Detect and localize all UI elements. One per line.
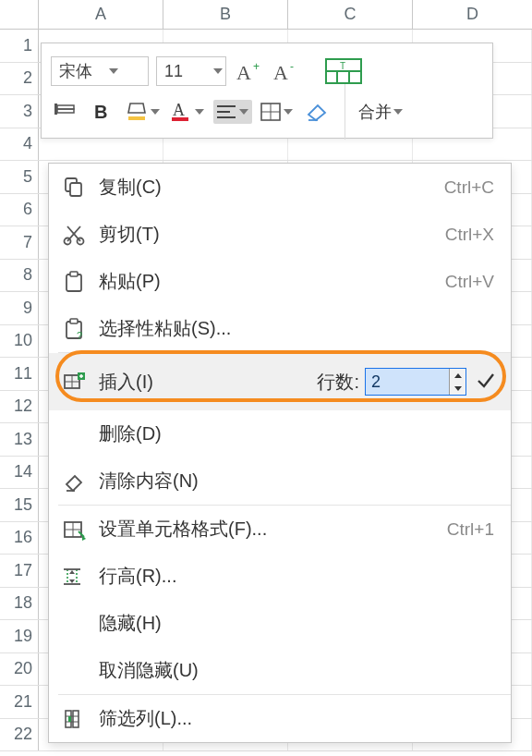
spin-down-icon[interactable] [450,382,466,395]
menu-item-shortcut: Ctrl+C [444,177,511,198]
mini-toolbar: 宋体 11 A+ A- T [41,43,493,139]
row-header[interactable]: 16 [0,522,39,555]
menu-item-insert[interactable]: 插入(I)行数:2 [49,353,511,410]
svg-rect-64 [68,716,71,722]
insert-icon [49,370,99,394]
svg-marker-29 [393,109,403,115]
col-header-b[interactable]: B [163,0,288,29]
chevron-down-icon [392,109,405,115]
increase-font-icon[interactable]: A+ [234,56,263,86]
menu-item-format[interactable]: 设置单元格格式(F)...Ctrl+1 [49,506,511,553]
svg-marker-1 [213,68,223,74]
bold-icon[interactable]: B [88,97,117,127]
menu-item-label: 取消隐藏(U) [99,658,494,683]
menu-item-row-height[interactable]: 行高(R)... [49,553,511,600]
svg-marker-47 [454,373,462,378]
eraser-icon [49,469,99,494]
row-header[interactable]: 13 [0,423,39,456]
align-button[interactable] [213,100,252,124]
menu-item-label: 清除内容(N) [99,469,494,494]
toolbar-separator [345,84,345,140]
fill-color-button[interactable] [125,100,162,124]
menu-item-hide[interactable]: 隐藏(H) [49,600,511,647]
row-header[interactable]: 6 [0,194,39,226]
decrease-font-icon[interactable]: A- [271,56,300,86]
menu-item-copy[interactable]: 复制(C)Ctrl+C [49,164,511,211]
grid-corner[interactable] [0,0,39,29]
menu-item-label: 设置单元格格式(F)... [99,517,447,542]
row-header[interactable]: 12 [0,391,39,423]
col-header-c[interactable]: C [288,0,413,29]
merge-split-icon[interactable]: T [322,56,365,86]
svg-text:+: + [253,60,260,73]
row-header[interactable]: 18 [0,588,39,620]
cut-icon [49,223,99,247]
copy-icon [49,176,99,200]
row-header[interactable]: 15 [0,489,39,521]
chevron-down-icon [211,68,225,74]
row-header[interactable]: 3 [0,95,39,128]
confirm-check-icon[interactable] [476,370,496,395]
svg-rect-31 [70,183,81,196]
row-header[interactable]: 21 [0,686,39,718]
menu-item-cut[interactable]: 剪切(T)Ctrl+X [49,211,511,258]
merge-label: 合并 [358,101,392,123]
font-color-button[interactable]: A [169,100,206,124]
chevron-down-icon [149,109,162,115]
row-header[interactable]: 9 [0,292,39,324]
row-header[interactable]: 4 [0,128,39,161]
row-header[interactable]: 19 [0,620,39,652]
font-size-combo[interactable]: 11 [156,56,226,86]
svg-marker-48 [454,386,462,391]
col-header-d[interactable]: D [413,0,532,29]
context-menu: 复制(C)Ctrl+C剪切(T)Ctrl+X粘贴(P)Ctrl+V?选择性粘贴(… [48,163,512,743]
menu-item-label: 选择性粘贴(S)... [99,316,494,341]
merge-cells-button[interactable]: 合并 [358,101,405,123]
row-header[interactable]: 7 [0,226,39,259]
svg-marker-27 [284,109,293,115]
menu-item-delete[interactable]: 删除(D) [49,410,511,457]
paste-icon [49,270,99,294]
row-header[interactable]: 2 [0,63,39,95]
row-header[interactable]: 11 [0,358,39,390]
row-header[interactable]: 1 [0,30,39,62]
menu-item-paste-spec[interactable]: ?选择性粘贴(S)... [49,305,511,352]
insert-rows-spinbox[interactable]: 2 [365,368,466,396]
row-header[interactable]: 22 [0,719,39,751]
paste-q-icon: ? [49,317,99,341]
row-header[interactable]: 10 [0,325,39,358]
spin-up-icon[interactable] [450,369,466,382]
menu-item-unhide[interactable]: 取消隐藏(U) [49,647,511,694]
chevron-down-icon [105,68,122,74]
clear-format-icon[interactable] [302,97,332,127]
row-header[interactable]: 5 [0,161,39,193]
menu-item-label: 插入(I) [99,370,317,395]
svg-marker-19 [195,109,204,115]
row-height-icon [49,565,99,589]
row-header[interactable]: 14 [0,457,39,489]
format-painter-icon[interactable] [51,97,80,127]
svg-rect-37 [70,272,78,276]
col-header-a[interactable]: A [39,0,163,29]
menu-item-clear[interactable]: 清除内容(N) [49,457,511,505]
svg-rect-39 [70,319,78,323]
row-header[interactable]: 17 [0,555,39,587]
menu-item-filter[interactable]: 筛选列(L)... [49,695,511,742]
chevron-down-icon [282,109,295,115]
row-header[interactable]: 20 [0,653,39,686]
row-header[interactable]: 8 [0,260,39,292]
filter-icon [49,707,99,731]
svg-marker-59 [69,579,75,583]
menu-item-shortcut: Ctrl+1 [447,519,511,540]
svg-text:?: ? [77,330,82,341]
svg-marker-58 [69,570,75,574]
insert-rows-value[interactable]: 2 [366,369,449,395]
font-name-combo[interactable]: 宋体 [51,56,149,86]
svg-rect-13 [54,104,57,115]
menu-item-label: 行高(R)... [99,564,494,589]
borders-button[interactable] [260,102,295,122]
menu-item-shortcut: Ctrl+X [445,225,511,245]
menu-item-paste[interactable]: 粘贴(P)Ctrl+V [49,258,511,305]
svg-text:A: A [173,101,185,119]
svg-rect-12 [57,109,74,113]
